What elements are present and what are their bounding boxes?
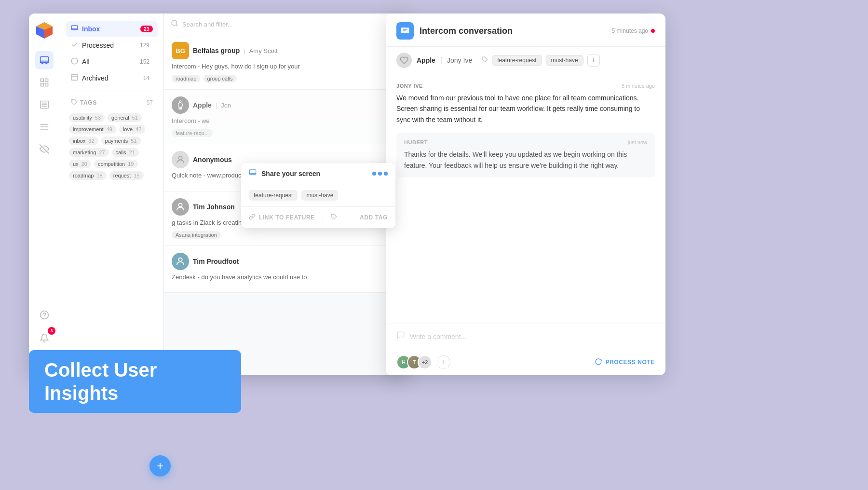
all-icon [71,57,78,66]
archived-count: 14 [140,74,153,82]
sidebar-grid-icon[interactable] [35,73,54,92]
sidebar-inbox-icon[interactable] [35,51,54,69]
tag-inbox[interactable]: inbox 32 [69,136,98,145]
svg-rect-8 [41,83,44,86]
link-to-feature-label[interactable]: LINK TO FEATURE [259,214,315,221]
nav-inbox[interactable]: Inbox 23 [66,21,158,37]
conv-tag[interactable]: Asana integration [172,231,221,239]
time-ago-text: 5 minutes ago [612,27,648,34]
conv-tag[interactable]: roadmap [172,75,200,82]
conv-name: Tim Johnson [193,203,235,211]
app-logo[interactable] [34,20,54,41]
tags-grid: usability 53 general 51 improvement 49 l… [66,113,158,180]
process-note-button[interactable]: PROCESS NOTE [595,358,655,367]
tag-payments[interactable]: payments 51 [101,136,141,145]
fab-button[interactable]: + [149,455,171,476]
svg-rect-7 [45,79,48,82]
add-tag-label[interactable]: ADD TAG [360,214,388,221]
help-icon[interactable] [35,306,54,324]
conversation-messages: JONY IVE 5 minutes ago We moved from our… [386,74,665,324]
conv-tags: roadmap group calls [172,75,402,82]
notification-count: 3 [48,327,55,335]
tag-general[interactable]: general 51 [108,113,142,122]
sender-name: Jony Ive [447,56,472,64]
message-block: JONY IVE 5 minutes ago We moved from our… [396,83,655,125]
panel-header: Intercom conversation 5 minutes ago [386,14,665,47]
conv-avatar [172,151,189,168]
tag-usability[interactable]: usability 53 [69,113,105,122]
assignee-avatars: H T +2 [396,355,432,369]
comment-bar [386,324,665,349]
archived-icon [71,74,78,82]
process-note-label: PROCESS NOTE [605,359,655,366]
processed-count: 129 [136,41,153,49]
live-dot [651,29,655,33]
nav-divider [66,91,158,91]
svg-point-31 [178,258,182,261]
panel-tag-feature[interactable]: feature-request [492,55,542,66]
conversation-item[interactable]: Apple | Jon Intercom - we feature-requ..… [164,90,410,144]
conv-name: Apple [193,101,212,109]
inbox-label: Inbox [82,25,100,33]
dot-2 [378,172,382,176]
panel-footer: H T +2 + PROCESS NOTE [386,349,665,375]
time-ago: 5 minutes ago [612,27,655,34]
conv-name: Tim Proudfoot [193,258,239,265]
tooltip-dots [372,172,388,176]
tooltip-tag-must-have[interactable]: must-have [301,190,338,201]
tag-calls[interactable]: calls 21 [112,148,139,157]
svg-rect-32 [401,27,409,33]
tag-label-icon [482,56,488,64]
message-reply-block: HUBERT just now Thanks for the details. … [396,133,655,177]
tag-roadmap[interactable]: roadmap 18 [69,171,107,180]
dot-3 [384,172,388,176]
tooltip-tag-feature[interactable]: feature-request [249,190,298,201]
svg-line-25 [176,25,177,26]
conv-name: Anonymous [193,156,232,163]
fab-plus-icon: + [157,459,163,473]
svg-rect-9 [45,83,48,86]
insights-banner: Collect User Insights [29,350,241,413]
tag-icon [71,99,77,107]
tooltip-divider [323,213,323,222]
sidebar-menu-icon[interactable] [35,118,54,136]
conv-tag[interactable]: group calls [203,75,236,82]
svg-point-29 [178,156,182,160]
tag-ux[interactable]: ux 20 [69,160,91,168]
comment-icon [396,331,405,342]
conv-preview: Zendesk - do you have analytics we could… [172,273,402,282]
tag-request[interactable]: request 15 [109,171,144,180]
tags-count: 57 [147,99,153,106]
all-count: 152 [136,58,153,66]
all-label: All [82,58,90,66]
msg-author: JONY IVE [396,83,423,89]
reply-text: Thanks for the details. We'll keep you u… [404,149,647,171]
nav-processed[interactable]: Processed 129 [66,38,158,53]
conv-from: Amy Scott [249,47,278,54]
tag-competition[interactable]: competition 19 [94,160,138,168]
conversation-item[interactable]: Tim Proudfoot Zendesk - do you have anal… [164,246,410,293]
sidebar-list-icon[interactable] [35,95,54,114]
tags-header[interactable]: TAGS 57 [66,96,158,109]
add-person-button[interactable]: + [437,355,450,369]
nav-archived[interactable]: Archived 14 [66,70,158,86]
tooltip-title: Share your screen [261,170,320,177]
comment-input[interactable] [410,333,655,340]
search-input[interactable] [182,21,392,28]
tooltip-title-icon [249,169,257,178]
conv-tag[interactable]: feature-requ... [172,129,213,137]
conversation-item[interactable]: BG Belfalas group | Amy Scott Intercom -… [164,35,410,90]
add-tag-button[interactable]: + [587,54,600,67]
sender-bar: Apple | Jony Ive feature-request must-ha… [386,47,665,74]
nav-all[interactable]: All 152 [66,54,158,69]
insights-text: Collect User Insights [44,358,226,405]
conv-from: Jon [221,102,231,109]
tag-improvement[interactable]: improvement 49 [69,125,116,134]
sidebar-eye-icon[interactable] [35,140,54,158]
svg-point-30 [178,203,182,206]
tag-marketing[interactable]: marketing 27 [69,148,109,157]
tag-love[interactable]: love 42 [119,125,146,134]
panel-tag-must-have[interactable]: must-have [546,55,583,66]
conv-avatar [172,198,189,216]
more-assignees-badge[interactable]: +2 [418,355,432,369]
